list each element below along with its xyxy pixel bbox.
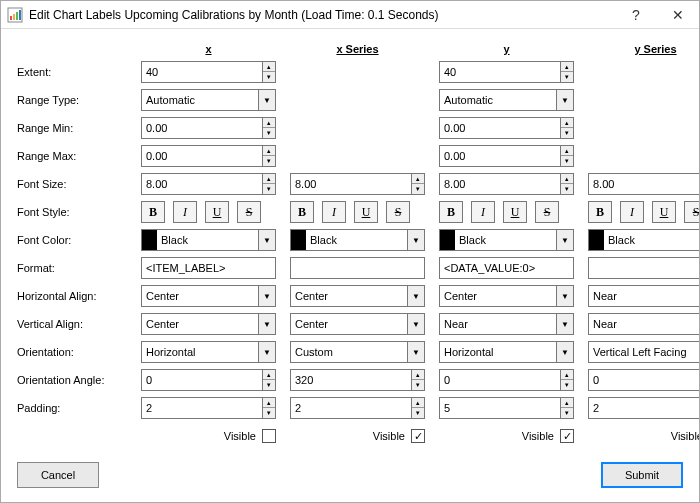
italic-button[interactable]: I [173,201,197,223]
chevron-down-icon[interactable]: ▼ [556,89,574,111]
spin-up-icon[interactable]: ▲ [561,398,573,408]
bold-button[interactable]: B [141,201,165,223]
spin-up-icon[interactable]: ▲ [561,146,573,156]
spin-down-icon[interactable]: ▼ [263,380,275,390]
orient-angle-x[interactable]: 0▲▼ [141,369,276,391]
orientation-x[interactable]: Horizontal▼ [141,341,276,363]
spin-up-icon[interactable]: ▲ [263,398,275,408]
extent-x[interactable]: 40▲▼ [141,61,276,83]
v-align-ys[interactable]: Near▼ [588,313,700,335]
spin-down-icon[interactable]: ▼ [263,72,275,82]
spin-up-icon[interactable]: ▲ [263,370,275,380]
orientation-y[interactable]: Horizontal▼ [439,341,574,363]
orient-angle-ys[interactable]: 0▲▼ [588,369,700,391]
font-color-ys[interactable]: Black▼ [588,229,700,251]
spin-down-icon[interactable]: ▼ [263,408,275,418]
spin-up-icon[interactable]: ▲ [412,174,424,184]
chevron-down-icon[interactable]: ▼ [258,341,276,363]
padding-y[interactable]: 5▲▼ [439,397,574,419]
range-min-y[interactable]: 0.00▲▼ [439,117,574,139]
underline-button[interactable]: U [503,201,527,223]
orient-angle-y[interactable]: 0▲▼ [439,369,574,391]
chevron-down-icon[interactable]: ▼ [258,313,276,335]
padding-x[interactable]: 2▲▼ [141,397,276,419]
spin-up-icon[interactable]: ▲ [263,146,275,156]
visible-checkbox-x[interactable] [262,429,276,443]
strike-button[interactable]: S [237,201,261,223]
range-type-y[interactable]: Automatic▼ [439,89,574,111]
bold-button[interactable]: B [439,201,463,223]
underline-button[interactable]: U [652,201,676,223]
spin-down-icon[interactable]: ▼ [561,72,573,82]
chevron-down-icon[interactable]: ▼ [407,341,425,363]
spin-down-icon[interactable]: ▼ [561,408,573,418]
padding-ys[interactable]: 2▲▼ [588,397,700,419]
italic-button[interactable]: I [322,201,346,223]
spin-up-icon[interactable]: ▲ [561,370,573,380]
range-max-y[interactable]: 0.00▲▼ [439,145,574,167]
font-color-xs[interactable]: Black▼ [290,229,425,251]
spin-down-icon[interactable]: ▼ [561,380,573,390]
font-color-y[interactable]: Black▼ [439,229,574,251]
submit-button[interactable]: Submit [601,462,683,488]
chevron-down-icon[interactable]: ▼ [556,313,574,335]
h-align-ys[interactable]: Near▼ [588,285,700,307]
italic-button[interactable]: I [471,201,495,223]
italic-button[interactable]: I [620,201,644,223]
padding-xs[interactable]: 2▲▼ [290,397,425,419]
strike-button[interactable]: S [386,201,410,223]
visible-checkbox-xs[interactable]: ✓ [411,429,425,443]
orientation-xs[interactable]: Custom▼ [290,341,425,363]
font-size-xs[interactable]: 8.00▲▼ [290,173,425,195]
range-max-x[interactable]: 0.00▲▼ [141,145,276,167]
chevron-down-icon[interactable]: ▼ [258,285,276,307]
font-color-x[interactable]: Black▼ [141,229,276,251]
spin-up-icon[interactable]: ▲ [263,118,275,128]
chevron-down-icon[interactable]: ▼ [258,89,276,111]
spin-down-icon[interactable]: ▼ [561,128,573,138]
format-ys[interactable] [588,257,700,279]
range-type-x[interactable]: Automatic▼ [141,89,276,111]
bold-button[interactable]: B [290,201,314,223]
strike-button[interactable]: S [684,201,700,223]
spin-up-icon[interactable]: ▲ [412,370,424,380]
spin-down-icon[interactable]: ▼ [263,156,275,166]
underline-button[interactable]: U [354,201,378,223]
extent-y[interactable]: 40▲▼ [439,61,574,83]
chevron-down-icon[interactable]: ▼ [556,285,574,307]
spin-down-icon[interactable]: ▼ [263,184,275,194]
chevron-down-icon[interactable]: ▼ [556,341,574,363]
h-align-y[interactable]: Center▼ [439,285,574,307]
chevron-down-icon[interactable]: ▼ [407,229,425,251]
extent-x-input[interactable]: 40 [141,61,262,83]
spin-down-icon[interactable]: ▼ [561,156,573,166]
spin-up-icon[interactable]: ▲ [561,62,573,72]
chevron-down-icon[interactable]: ▼ [407,285,425,307]
h-align-xs[interactable]: Center▼ [290,285,425,307]
range-min-x[interactable]: 0.00▲▼ [141,117,276,139]
underline-button[interactable]: U [205,201,229,223]
h-align-x[interactable]: Center▼ [141,285,276,307]
spin-up-icon[interactable]: ▲ [263,62,275,72]
font-size-x[interactable]: 8.00▲▼ [141,173,276,195]
spin-up-icon[interactable]: ▲ [263,174,275,184]
v-align-x[interactable]: Center▼ [141,313,276,335]
extent-y-input[interactable]: 40 [439,61,560,83]
spin-down-icon[interactable]: ▼ [412,408,424,418]
chevron-down-icon[interactable]: ▼ [556,229,574,251]
font-size-ys[interactable]: 8.00▲▼ [588,173,700,195]
help-button[interactable]: ? [615,1,657,29]
v-align-y[interactable]: Near▼ [439,313,574,335]
bold-button[interactable]: B [588,201,612,223]
spin-down-icon[interactable]: ▼ [412,184,424,194]
spin-up-icon[interactable]: ▲ [561,118,573,128]
spin-down-icon[interactable]: ▼ [561,184,573,194]
format-y[interactable]: <DATA_VALUE:0> [439,257,574,279]
format-x[interactable]: <ITEM_LABEL> [141,257,276,279]
spin-down-icon[interactable]: ▼ [263,128,275,138]
cancel-button[interactable]: Cancel [17,462,99,488]
close-button[interactable]: ✕ [657,1,699,29]
font-size-y[interactable]: 8.00▲▼ [439,173,574,195]
format-xs[interactable] [290,257,425,279]
chevron-down-icon[interactable]: ▼ [258,229,276,251]
